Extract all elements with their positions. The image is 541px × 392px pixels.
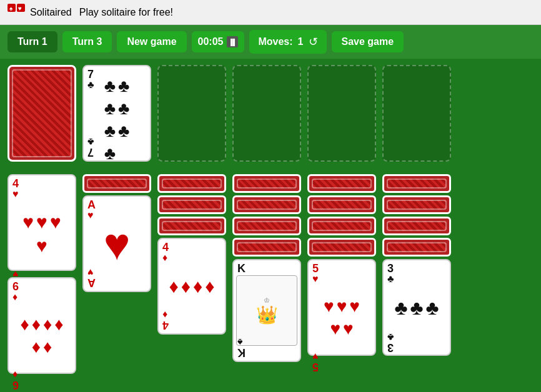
site-name: Solitaired	[30, 7, 72, 18]
col5-back-1	[307, 174, 376, 193]
col3-back-1	[157, 174, 226, 193]
moves-label: Moves:	[258, 36, 292, 47]
waste-bottom: 7 ♣	[87, 137, 146, 158]
col4-back-2	[232, 195, 301, 214]
tableau-col-6: 3 ♣ ♣♣♣ 3 ♣	[382, 174, 451, 386]
waste-rank: 7	[87, 69, 94, 80]
col3-back-2	[157, 195, 226, 214]
col6-back-3	[382, 217, 451, 235]
tableau-col-3: 4 ♦ ♦♦♦♦ 4 ♦	[157, 174, 226, 386]
moves-display: Moves: 1 ↺	[249, 30, 326, 54]
col6-back-4	[382, 238, 451, 257]
moves-count: 1	[298, 36, 304, 47]
col5-back-3	[307, 217, 376, 235]
col5-back-4	[307, 238, 376, 257]
card-4d[interactable]: 4 ♦ ♦♦♦♦ 4 ♦	[157, 238, 226, 335]
game-area: 7 ♣ ♣♣ ♣♣ ♣♣ ♣ 7 ♣	[0, 59, 541, 392]
tableau-col-4: K ♠ ♔ 👑 K ♠	[232, 174, 301, 386]
tagline: Play solitaire for free!	[79, 7, 173, 18]
header: ♠ ♥ Solitaired Play solitaire for free!	[0, 0, 541, 25]
foundation-4[interactable]	[382, 65, 451, 162]
waste-suit-top: ♣	[87, 80, 94, 90]
col2-back-1	[82, 174, 151, 193]
waste-rank-b: 7	[87, 147, 94, 158]
timer-display: 00:05 ▐▌	[192, 31, 245, 52]
tableau-col-5: 5 ♥ ♥♥♥♥♥ 5 ♥	[307, 174, 376, 386]
top-row: 7 ♣ ♣♣ ♣♣ ♣♣ ♣ 7 ♣	[7, 65, 534, 168]
col4-back-3	[232, 217, 301, 235]
timer-value: 00:05	[198, 36, 224, 47]
pause-button[interactable]: ▐▌	[227, 36, 238, 47]
card-ah[interactable]: A ♥ ♥ A ♥	[82, 195, 151, 292]
card-6d[interactable]: 6 ♦ ♦♦♦♦♦♦ 6 ♦	[7, 277, 76, 374]
col3-back-3	[157, 217, 226, 235]
turn1-button[interactable]: Turn 1	[7, 31, 57, 52]
tableau: 4 ♥ ♥♥♥♥ 4 ♥ 6 ♦ ♦♦♦♦♦♦	[7, 174, 534, 386]
foundation-2[interactable]	[232, 65, 301, 162]
waste-pile[interactable]: 7 ♣ ♣♣ ♣♣ ♣♣ ♣ 7 ♣	[82, 65, 151, 162]
logo-icon: ♠ ♥	[7, 4, 25, 21]
toolbar: Turn 1 Turn 3 New game 00:05 ▐▌ Moves: 1…	[0, 25, 541, 59]
tableau-col-1: 4 ♥ ♥♥♥♥ 4 ♥ 6 ♦ ♦♦♦♦♦♦	[7, 174, 76, 386]
save-game-button[interactable]: Save game	[332, 31, 404, 52]
col6-back-1	[382, 174, 451, 193]
tableau-col-2: A ♥ ♥ A ♥	[82, 174, 151, 386]
new-game-button[interactable]: New game	[117, 31, 186, 52]
turn3-button[interactable]: Turn 3	[62, 31, 112, 52]
undo-button[interactable]: ↺	[309, 35, 318, 49]
col4-back-4	[232, 238, 301, 257]
waste-suit-b: ♣	[87, 137, 94, 147]
foundation-3[interactable]	[307, 65, 376, 162]
card-5h[interactable]: 5 ♥ ♥♥♥♥♥ 5 ♥	[307, 259, 376, 356]
col6-back-2	[382, 195, 451, 214]
card-4h[interactable]: 4 ♥ ♥♥♥♥ 4 ♥	[7, 174, 76, 271]
col5-back-2	[307, 195, 376, 214]
card-ks[interactable]: K ♠ ♔ 👑 K ♠	[232, 259, 301, 362]
foundation-1[interactable]	[157, 65, 226, 162]
stock-pile[interactable]	[7, 65, 76, 162]
col4-back-1	[232, 174, 301, 193]
svg-text:♠: ♠	[9, 5, 13, 12]
card-3c[interactable]: 3 ♣ ♣♣♣ 3 ♣	[382, 259, 451, 356]
svg-text:♥: ♥	[18, 5, 22, 12]
